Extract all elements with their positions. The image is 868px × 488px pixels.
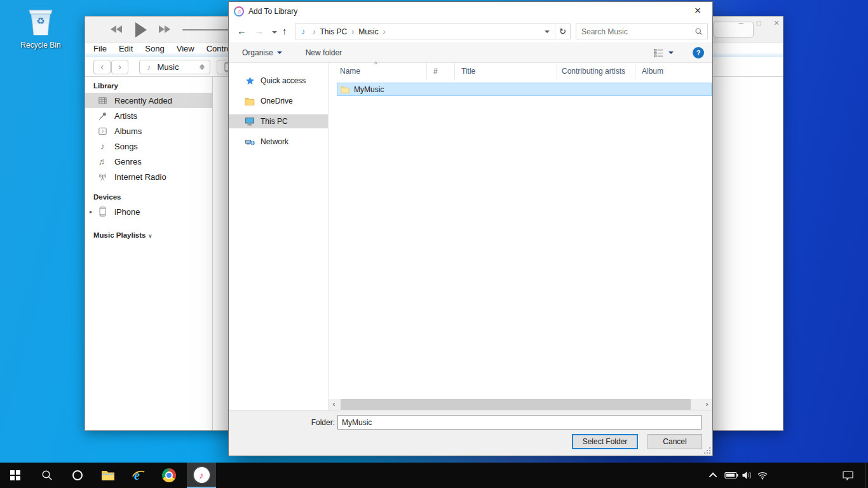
column-header-number[interactable]: #	[427, 63, 455, 79]
sidebar-item-internet-radio[interactable]: Internet Radio	[85, 169, 212, 184]
devices-header: Devices	[93, 192, 212, 202]
sidebar-item-genres[interactable]: ♬ Genres	[85, 154, 212, 169]
rewind-button[interactable]	[111, 25, 122, 33]
action-center-button[interactable]	[839, 463, 857, 488]
sidebar-item-artists[interactable]: Artists	[85, 108, 212, 123]
recent-locations-chevron-icon[interactable]	[272, 31, 277, 34]
genres-icon: ♬	[97, 156, 108, 167]
play-button[interactable]	[135, 22, 147, 37]
chevron-down-icon[interactable]	[668, 51, 674, 54]
dialog-title: Add To Library	[248, 7, 297, 16]
breadcrumb-this-pc[interactable]: This PC	[320, 27, 348, 36]
dialog-body: Quick access OneDrive This PC	[229, 63, 712, 410]
sidebar-item-recently-added[interactable]: Recently Added	[85, 93, 212, 108]
wifi-icon	[757, 471, 768, 480]
back-arrow-icon[interactable]: ←	[237, 26, 247, 36]
sidebar-item-label: Artists	[114, 111, 137, 121]
file-row-mymusic[interactable]: MyMusic	[337, 83, 712, 96]
back-button[interactable]: ‹	[93, 60, 111, 74]
cancel-button[interactable]: Cancel	[648, 434, 702, 449]
breadcrumb[interactable]: ♪ › This PC › Music › ↻	[295, 24, 571, 39]
address-dropdown-icon[interactable]	[545, 30, 550, 33]
media-kind-selector[interactable]: ♪ Music	[139, 60, 210, 74]
close-icon[interactable]: ×	[769, 17, 784, 29]
start-button[interactable]	[0, 463, 31, 488]
menu-view[interactable]: View	[177, 44, 194, 53]
itunes-taskbar-button[interactable]: ♪	[187, 463, 216, 488]
forward-arrow-icon[interactable]: →	[254, 26, 264, 36]
breadcrumb-music[interactable]: Music	[358, 27, 378, 36]
dialog-nav-pane: Quick access OneDrive This PC	[229, 63, 329, 410]
search-input[interactable]	[576, 27, 695, 36]
file-explorer-button[interactable]	[94, 463, 122, 488]
cortana-button[interactable]	[64, 463, 92, 488]
column-header-album[interactable]: Album	[635, 63, 712, 79]
chrome-button[interactable]	[155, 463, 183, 488]
refresh-icon[interactable]: ↻	[555, 24, 570, 39]
select-folder-button[interactable]: Select Folder	[572, 434, 638, 449]
column-header-title[interactable]: Title	[455, 63, 557, 79]
chevron-right-icon[interactable]: ›	[379, 27, 390, 36]
svg-text:♪: ♪	[101, 128, 104, 134]
sidebar-item-songs[interactable]: ♪ Songs	[85, 139, 212, 154]
column-header-contributing-artists[interactable]: Contributing artists	[557, 63, 635, 79]
show-desktop-button[interactable]	[865, 463, 868, 488]
svg-text:♻: ♻	[36, 15, 44, 26]
new-folder-label: New folder	[306, 48, 342, 57]
minimize-icon[interactable]: –	[733, 17, 749, 29]
recycle-bin[interactable]: ♻ Recycle Bin	[11, 5, 70, 50]
nav-item-label: OneDrive	[261, 97, 293, 105]
itunes-icon: ♪	[194, 467, 210, 483]
column-header-name[interactable]: Name ^	[329, 63, 427, 79]
menu-edit[interactable]: Edit	[119, 44, 133, 53]
tray-show-hidden-icons[interactable]	[707, 463, 721, 488]
cortana-icon	[72, 470, 83, 480]
maximize-icon[interactable]: □	[751, 17, 766, 29]
close-icon[interactable]: ×	[689, 4, 707, 17]
up-arrow-icon[interactable]: ↑	[282, 26, 287, 36]
nav-item-network[interactable]: Network	[229, 135, 328, 149]
svg-text:e: e	[134, 468, 140, 482]
expander-icon[interactable]: ▸	[90, 208, 95, 215]
music-note-icon: ♪	[301, 27, 306, 36]
column-label: Title	[461, 67, 475, 76]
chevron-right-icon[interactable]: ›	[347, 27, 358, 36]
nav-item-quick-access[interactable]: Quick access	[229, 74, 328, 88]
selector-chevrons-icon	[200, 64, 205, 70]
new-folder-button[interactable]: New folder	[306, 48, 342, 57]
scrollbar-thumb[interactable]	[341, 399, 691, 410]
nav-item-this-pc[interactable]: This PC	[229, 114, 328, 128]
monitor-icon	[245, 117, 255, 126]
details-view-icon[interactable]	[654, 48, 663, 58]
internet-explorer-button[interactable]: e	[125, 463, 153, 488]
folder-name-input[interactable]	[337, 415, 702, 430]
fast-forward-button[interactable]	[159, 25, 170, 33]
network-icon	[245, 137, 255, 146]
organise-button[interactable]: Organise	[242, 48, 282, 57]
horizontal-scrollbar[interactable]: ‹ ›	[329, 399, 712, 410]
scroll-right-icon[interactable]: ›	[702, 399, 712, 410]
menu-song[interactable]: Song	[145, 44, 164, 53]
tray-wifi[interactable]	[755, 463, 770, 488]
scrollbar-track[interactable]	[339, 399, 702, 410]
chevron-down-icon	[277, 51, 282, 54]
sidebar-item-iphone[interactable]: ▸ iPhone	[85, 204, 212, 219]
music-playlists-header[interactable]: Music Playlists∨	[93, 230, 212, 241]
dialog-address-bar: ← → ↑ ♪ › This PC › Music › ↻	[229, 20, 712, 43]
forward-button[interactable]: ›	[111, 60, 128, 74]
taskbar-search-button[interactable]	[33, 463, 61, 488]
itunes-sidebar: Library Recently Added Artists ♪ Albums	[85, 77, 213, 430]
tray-volume[interactable]	[740, 463, 755, 488]
column-label: Album	[642, 67, 663, 76]
sidebar-item-albums[interactable]: ♪ Albums	[85, 123, 212, 139]
search-icon[interactable]	[695, 27, 703, 36]
menu-file[interactable]: File	[93, 44, 107, 53]
library-header: Library	[93, 81, 212, 91]
tray-battery[interactable]	[723, 463, 740, 488]
resize-grip[interactable]	[704, 447, 710, 454]
chevron-up-icon	[709, 472, 717, 480]
help-button[interactable]: ?	[693, 47, 704, 58]
nav-item-onedrive[interactable]: OneDrive	[229, 94, 328, 108]
volume-slider[interactable]	[182, 29, 232, 30]
scroll-left-icon[interactable]: ‹	[329, 399, 339, 410]
